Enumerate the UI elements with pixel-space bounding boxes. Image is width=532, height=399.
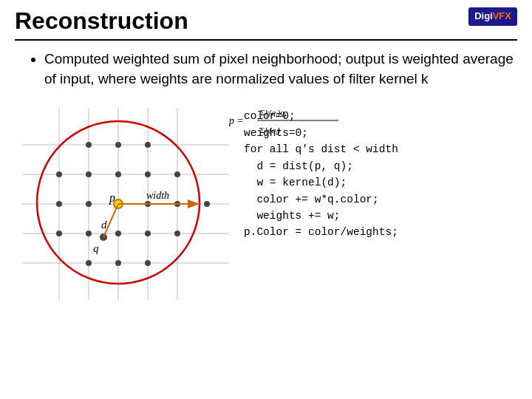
svg-point-37 bbox=[115, 260, 121, 266]
code-line-5: w = kernel(d); bbox=[244, 174, 517, 191]
svg-point-18 bbox=[115, 142, 121, 148]
svg-point-34 bbox=[145, 231, 151, 236]
page: Reconstruction DigiVFX Computed weighted… bbox=[0, 0, 532, 399]
page-title: Reconstruction bbox=[15, 7, 188, 35]
bullet-item: Computed weighted sum of pixel neighborh… bbox=[44, 50, 517, 89]
svg-point-31 bbox=[56, 231, 62, 236]
svg-point-35 bbox=[174, 231, 180, 236]
diagram-container: p d q width bbox=[22, 108, 229, 300]
svg-point-30 bbox=[204, 201, 210, 207]
code-line-8: p.Color = color/weights; bbox=[244, 224, 517, 240]
svg-text:Σ k(qi)qi: Σ k(qi)qi bbox=[260, 108, 287, 119]
svg-text:p =: p = bbox=[229, 115, 244, 126]
svg-text:i: i bbox=[266, 114, 267, 120]
svg-text:Σ k(qi): Σ k(qi) bbox=[260, 126, 280, 137]
code-line-4: d = dist(p, q); bbox=[244, 158, 517, 174]
svg-text:i: i bbox=[266, 131, 267, 137]
svg-text:d: d bbox=[101, 219, 107, 231]
svg-point-33 bbox=[115, 231, 121, 236]
svg-point-36 bbox=[86, 260, 92, 266]
svg-point-22 bbox=[115, 171, 121, 177]
logo-badge: DigiVFX bbox=[468, 7, 517, 26]
logo-vfx: VFX bbox=[493, 10, 511, 21]
header: Reconstruction DigiVFX bbox=[15, 7, 517, 41]
svg-text:width: width bbox=[146, 190, 169, 201]
svg-point-19 bbox=[145, 142, 151, 148]
svg-point-20 bbox=[56, 171, 62, 177]
svg-point-24 bbox=[174, 171, 180, 177]
svg-point-26 bbox=[86, 201, 92, 207]
formula-area: p = Σ k(qi)qi Σ k(qi) i i bbox=[229, 103, 347, 146]
svg-point-21 bbox=[86, 171, 92, 177]
bullet-section: Computed weighted sum of pixel neighborh… bbox=[15, 50, 517, 89]
code-line-6: color += w*q.color; bbox=[244, 191, 517, 208]
svg-point-17 bbox=[86, 142, 92, 148]
formula-svg: p = Σ k(qi)qi Σ k(qi) i i bbox=[229, 103, 347, 144]
svg-point-25 bbox=[56, 201, 62, 207]
svg-point-23 bbox=[145, 171, 151, 177]
code-line-7: weights += w; bbox=[244, 208, 517, 224]
svg-text:q: q bbox=[93, 242, 99, 254]
svg-point-32 bbox=[86, 231, 92, 236]
svg-point-38 bbox=[145, 260, 151, 266]
diagram-svg: p d q width bbox=[22, 108, 229, 300]
logo-digi: Digi bbox=[474, 10, 493, 21]
svg-text:p: p bbox=[109, 191, 115, 205]
